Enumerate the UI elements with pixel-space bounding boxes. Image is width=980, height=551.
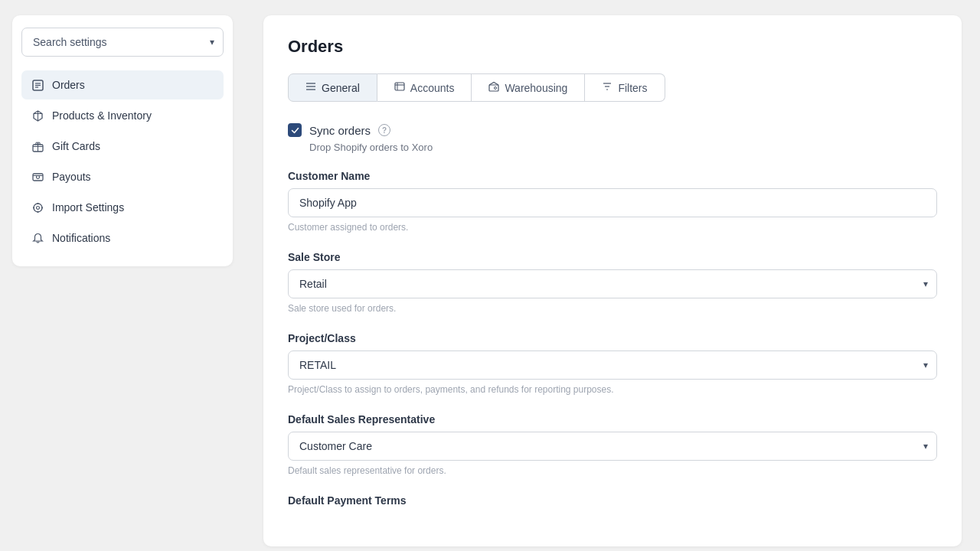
sale-store-label: Sale Store [288, 251, 937, 263]
accounts-tab-icon [394, 81, 405, 94]
svg-point-27 [495, 87, 497, 90]
default-sales-rep-label: Default Sales Representative [288, 413, 937, 425]
svg-point-13 [34, 204, 42, 212]
sidebar-item-notifications[interactable]: Notifications [21, 223, 224, 253]
sale-store-section: Sale Store RetailOnlineWholesale ▾ Sale … [288, 251, 937, 314]
page-title: Orders [288, 37, 937, 57]
default-payment-terms-section: Default Payment Terms [288, 494, 937, 507]
tab-warehousing-label: Warehousing [505, 82, 567, 94]
customer-name-hint: Customer assigned to orders. [288, 222, 937, 233]
default-sales-rep-wrapper: Customer CareJohn DoeJane Smith ▾ [288, 432, 937, 461]
sidebar-card: Search settingsOrdersProducts & Inventor… [12, 15, 233, 266]
nav-list: Orders Products & Inventory [21, 70, 224, 253]
sidebar-item-import-settings-label: Import Settings [52, 201, 124, 214]
customer-name-input[interactable] [288, 188, 937, 217]
sync-orders-description: Drop Shopify orders to Xoro [309, 142, 937, 153]
sync-orders-label: Sync orders [309, 124, 371, 137]
sidebar-item-notifications-label: Notifications [52, 232, 110, 244]
sync-orders-help-icon[interactable]: ? [378, 124, 390, 136]
project-class-label: Project/Class [288, 332, 937, 344]
sidebar-item-payouts[interactable]: Payouts [21, 162, 224, 191]
main-card: Orders General [263, 15, 962, 546]
search-wrapper: Search settingsOrdersProducts & Inventor… [21, 28, 224, 57]
sidebar-item-gift-cards-label: Gift Cards [52, 140, 100, 152]
payouts-icon [31, 170, 44, 184]
orders-icon [31, 78, 44, 92]
general-tab-icon [305, 81, 316, 94]
customer-name-label: Customer Name [288, 170, 937, 182]
default-sales-rep-hint: Default sales representative for orders. [288, 465, 937, 476]
tabs-container: General Accounts [288, 73, 937, 102]
sidebar-item-products-label: Products & Inventory [52, 109, 152, 122]
svg-point-11 [36, 175, 39, 178]
filters-tab-icon [602, 81, 612, 94]
tab-accounts[interactable]: Accounts [377, 73, 472, 102]
sync-orders-checkbox[interactable] [288, 123, 302, 137]
default-payment-terms-label: Default Payment Terms [288, 494, 937, 507]
import-settings-icon [31, 201, 44, 214]
svg-rect-23 [395, 83, 404, 90]
tab-filters[interactable]: Filters [585, 73, 665, 102]
customer-name-section: Customer Name Customer assigned to order… [288, 170, 937, 233]
tab-general-label: General [322, 82, 360, 94]
tab-warehousing[interactable]: Warehousing [472, 73, 585, 102]
sale-store-wrapper: RetailOnlineWholesale ▾ [288, 269, 937, 298]
sidebar-item-products-inventory[interactable]: Products & Inventory [21, 101, 224, 130]
project-class-wrapper: RETAILONLINEWHOLESALE ▾ [288, 350, 937, 380]
gift-cards-icon [31, 139, 44, 153]
project-class-section: Project/Class RETAILONLINEWHOLESALE ▾ Pr… [288, 332, 937, 395]
warehousing-tab-icon [488, 81, 499, 94]
notifications-icon [31, 231, 44, 245]
sidebar: Search settingsOrdersProducts & Inventor… [0, 0, 245, 551]
sale-store-select[interactable]: RetailOnlineWholesale [288, 269, 937, 298]
sidebar-item-gift-cards[interactable]: Gift Cards [21, 132, 224, 161]
tab-accounts-label: Accounts [410, 82, 455, 94]
tab-filters-label: Filters [618, 82, 647, 94]
sale-store-hint: Sale store used for orders. [288, 303, 937, 314]
project-class-select[interactable]: RETAILONLINEWHOLESALE [288, 350, 937, 380]
project-class-hint: Project/Class to assign to orders, payme… [288, 384, 937, 395]
sidebar-item-orders-label: Orders [52, 79, 85, 91]
default-sales-rep-select[interactable]: Customer CareJohn DoeJane Smith [288, 432, 937, 461]
sidebar-item-orders[interactable]: Orders [21, 70, 224, 99]
sidebar-item-payouts-label: Payouts [52, 171, 91, 183]
products-icon [31, 109, 44, 122]
sync-orders-row: Sync orders ? [288, 123, 937, 137]
main-content: Orders General [245, 0, 980, 551]
tab-general[interactable]: General [288, 73, 377, 102]
default-sales-rep-section: Default Sales Representative Customer Ca… [288, 413, 937, 476]
search-settings-select[interactable]: Search settingsOrdersProducts & Inventor… [21, 28, 224, 57]
sidebar-item-import-settings[interactable]: Import Settings [21, 193, 224, 222]
svg-rect-10 [33, 174, 43, 181]
svg-point-14 [36, 206, 39, 209]
